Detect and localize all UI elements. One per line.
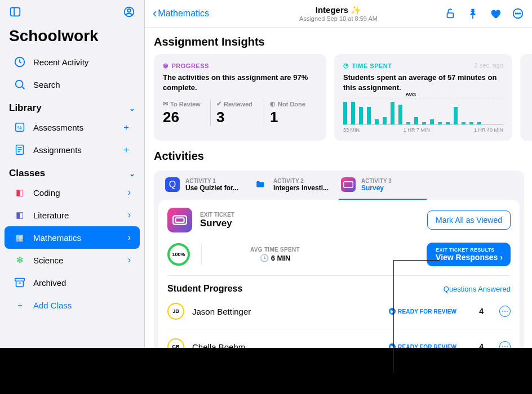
pin-icon[interactable] <box>467 7 479 20</box>
progress-icon: ◉ <box>163 62 169 69</box>
svg-line-6 <box>22 87 25 89</box>
document-icon <box>14 144 26 156</box>
app-title: Schoolwork <box>0 24 144 51</box>
clock-icon <box>14 56 26 68</box>
sidebar-item-label: Coding <box>33 188 60 198</box>
student-row[interactable]: CBChella Boehm▶READY FOR REVIEW4⋯ <box>167 329 511 348</box>
sidebar-assignments[interactable]: Assignments ＋ <box>5 138 140 161</box>
answered-count: 4 <box>479 342 484 348</box>
chevron-right-icon: › <box>128 210 131 220</box>
answered-count: 4 <box>479 307 484 316</box>
account-icon[interactable] <box>123 6 135 20</box>
chevron-right-icon: › <box>128 255 131 265</box>
class-icon: ✻ <box>14 254 26 266</box>
class-icon: ◧ <box>14 209 26 221</box>
student-row[interactable]: JBJason Bettinger▶READY FOR REVIEW4⋯ <box>167 294 511 329</box>
chevron-down-icon: ⌄ <box>129 169 135 178</box>
svg-point-5 <box>16 80 23 88</box>
chart-bar <box>383 117 387 124</box>
sidebar-class-mathematics[interactable]: ▦ Mathematics › <box>5 226 140 249</box>
more-icon[interactable] <box>512 7 524 20</box>
chart-bar <box>430 119 434 124</box>
sidebar-item-label: Assignments <box>33 145 82 155</box>
plus-icon[interactable]: ＋ <box>122 144 131 156</box>
sidebar-class-coding[interactable]: ◧ Coding › <box>5 181 140 204</box>
ticket-icon <box>341 177 356 192</box>
activities-panel: Q ACTIVITY 1Use Quizlet for... ACTIVITY … <box>154 171 524 348</box>
header-title-block: Integers ✨ Assigned Sep 10 at 8:59 AM <box>299 5 378 22</box>
sidebar-class-science[interactable]: ✻ Science › <box>5 249 140 271</box>
inbox-icon: ✉ <box>163 100 168 108</box>
svg-rect-23 <box>175 218 184 222</box>
sidebar-item-label: Assessments <box>33 123 83 132</box>
sidebar-assessments[interactable]: % Assessments ＋ <box>5 116 140 138</box>
activity-tab-3[interactable]: ACTIVITY 3Survey <box>339 171 427 200</box>
chart-bar <box>398 105 402 125</box>
percent-icon: % <box>14 121 26 133</box>
svg-point-19 <box>517 13 518 14</box>
time-spent-card[interactable]: ◔TIME SPENT2 sec. ago Students spent an … <box>334 54 512 141</box>
classes-section-header[interactable]: Classes ⌄ <box>0 161 144 181</box>
library-section-header[interactable]: Library ⌄ <box>0 96 144 116</box>
svg-text:%: % <box>17 125 22 131</box>
folder-icon <box>253 177 268 192</box>
sidebar-archived[interactable]: Archived <box>5 271 140 294</box>
student-progress-heading: Student Progress <box>167 284 242 294</box>
avatar: CB <box>167 338 184 348</box>
progress-card[interactable]: ◉PROGRESS The activities on this assignm… <box>154 54 326 141</box>
sidebar-item-label: Add Class <box>33 301 72 310</box>
student-name: Chella Boehm <box>192 342 245 348</box>
clock-icon: ◔ <box>343 62 349 69</box>
row-more-button[interactable]: ⋯ <box>499 306 511 317</box>
sidebar-toggle-icon[interactable] <box>9 6 21 20</box>
time-chart: AVG 33 MIN 1 HR 7 MIN 1 HR 40 MIN <box>343 98 503 133</box>
class-icon: ◧ <box>14 186 26 199</box>
heart-icon[interactable] <box>489 7 502 20</box>
student-name: Jason Bettinger <box>192 307 251 316</box>
chart-bar <box>422 122 426 124</box>
sidebar: Schoolwork Recent Activity Search Librar… <box>0 0 145 348</box>
sidebar-item-label: Archived <box>33 278 66 288</box>
activity-name: Survey <box>200 218 234 229</box>
chart-bar <box>469 122 473 124</box>
activity-tab-2[interactable]: ACTIVITY 2Integers Investi... <box>251 171 339 200</box>
next-card-peek[interactable] <box>520 54 532 141</box>
lock-open-icon[interactable] <box>444 7 456 20</box>
svg-rect-15 <box>447 13 454 17</box>
svg-point-18 <box>515 13 516 14</box>
search-icon <box>14 78 26 91</box>
row-more-button[interactable]: ⋯ <box>499 341 511 348</box>
ready-badge: ▶READY FOR REVIEW <box>389 308 456 315</box>
archive-icon <box>14 276 26 289</box>
quizlet-icon: Q <box>165 177 180 192</box>
chart-bar <box>477 122 481 124</box>
questions-answered-link[interactable]: Questions Answered <box>444 285 511 293</box>
sidebar-class-literature[interactable]: ◧ Literature › <box>5 204 140 226</box>
chart-bar <box>414 117 418 124</box>
sidebar-recent-activity[interactable]: Recent Activity <box>5 51 140 73</box>
sidebar-item-label: Recent Activity <box>33 57 88 67</box>
chart-bar <box>446 122 450 124</box>
svg-rect-13 <box>15 279 25 281</box>
callout-line-vertical <box>393 260 394 373</box>
add-class-button[interactable]: ＋ Add Class <box>5 294 140 316</box>
ready-badge: ▶READY FOR REVIEW <box>389 343 456 348</box>
mark-all-viewed-button[interactable]: Mark All as Viewed <box>427 211 511 230</box>
chevron-down-icon: ⌄ <box>129 104 135 113</box>
back-button[interactable]: ‹ Mathematics <box>153 6 209 21</box>
chart-bar <box>454 107 458 124</box>
activity-tab-1[interactable]: Q ACTIVITY 1Use Quizlet for... <box>163 171 251 200</box>
chart-bar <box>343 102 347 124</box>
chart-bar <box>406 122 410 124</box>
callout-line-horizontal <box>393 260 440 261</box>
view-responses-button[interactable]: EXIT TICKET RESULTS View Responses› <box>427 243 511 266</box>
toolbar: ‹ Mathematics Integers ✨ Assigned Sep 10… <box>145 0 532 28</box>
plus-icon[interactable]: ＋ <box>122 122 131 133</box>
chart-bar <box>438 122 442 124</box>
exit-ticket-icon <box>167 208 192 232</box>
check-icon: ✔ <box>216 100 221 108</box>
sidebar-item-label: Search <box>33 80 60 89</box>
sidebar-search[interactable]: Search <box>5 73 140 96</box>
chart-bar <box>391 102 394 124</box>
chevron-left-icon: ‹ <box>153 6 157 21</box>
